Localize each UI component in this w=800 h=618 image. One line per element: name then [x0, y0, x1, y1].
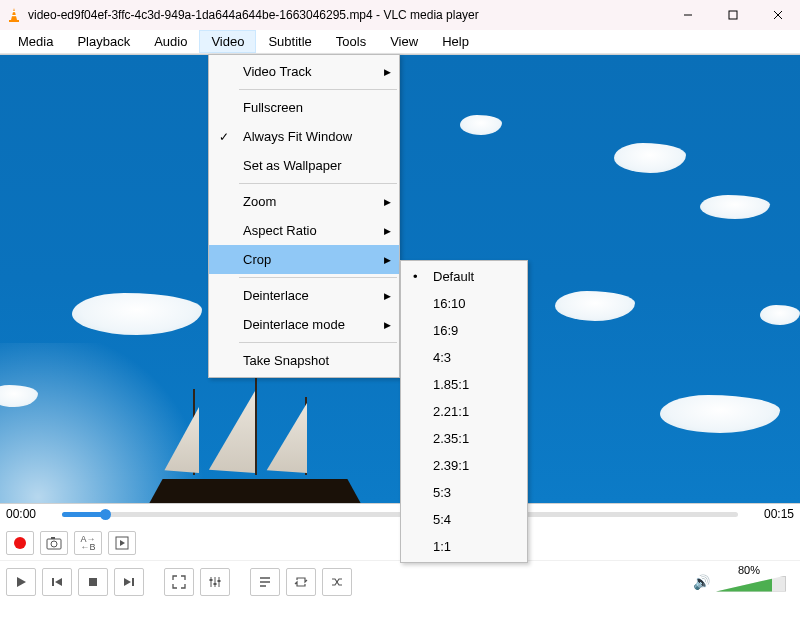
label: 16:9	[433, 323, 458, 338]
menu-separator	[239, 342, 397, 343]
menubar: Media Playback Audio Video Subtitle Tool…	[0, 30, 800, 54]
crop-option-2-35-1[interactable]: 2.35:1	[401, 425, 527, 452]
maximize-button[interactable]	[710, 0, 755, 30]
svg-point-9	[51, 541, 57, 547]
menu-help[interactable]: Help	[430, 30, 481, 53]
seek-knob[interactable]	[100, 509, 111, 520]
snapshot-button[interactable]	[40, 531, 68, 555]
menu-item-video-track[interactable]: Video Track▶	[209, 57, 399, 86]
label: Fullscreen	[243, 100, 303, 115]
playlist-button[interactable]	[250, 568, 280, 596]
loop-button[interactable]	[286, 568, 316, 596]
close-button[interactable]	[755, 0, 800, 30]
menu-item-zoom[interactable]: Zoom▶	[209, 187, 399, 216]
crop-option-16-10[interactable]: 16:10	[401, 290, 527, 317]
svg-marker-17	[124, 578, 131, 586]
label: Default	[433, 269, 474, 284]
crop-option-5-4[interactable]: 5:4	[401, 506, 527, 533]
menu-playback[interactable]: Playback	[65, 30, 142, 53]
label: Deinterlace	[243, 288, 309, 303]
label: 4:3	[433, 350, 451, 365]
elapsed-time[interactable]: 00:00	[6, 507, 54, 521]
equalizer-icon	[208, 575, 222, 589]
svg-rect-22	[210, 579, 213, 581]
shuffle-button[interactable]	[322, 568, 352, 596]
menu-item-always-fit-window[interactable]: ✓Always Fit Window	[209, 122, 399, 151]
menu-media[interactable]: Media	[6, 30, 65, 53]
submenu-arrow-icon: ▶	[384, 226, 391, 236]
menu-item-fullscreen[interactable]: Fullscreen	[209, 93, 399, 122]
svg-marker-12	[120, 540, 125, 546]
svg-rect-24	[218, 580, 221, 582]
iceberg	[700, 195, 770, 219]
next-button[interactable]	[114, 568, 144, 596]
label: 2.35:1	[433, 431, 469, 446]
fullscreen-icon	[172, 575, 186, 589]
vlc-cone-icon	[6, 7, 22, 23]
menu-separator	[239, 277, 397, 278]
crop-option-5-3[interactable]: 5:3	[401, 479, 527, 506]
label: Set as Wallpaper	[243, 158, 342, 173]
frame-step-button[interactable]	[108, 531, 136, 555]
ship	[145, 393, 365, 503]
iceberg	[614, 143, 686, 173]
check-icon: ✓	[219, 130, 229, 144]
menu-separator	[239, 183, 397, 184]
loop-ab-button[interactable]: A→←B	[74, 531, 102, 555]
iceberg	[72, 293, 202, 335]
submenu-arrow-icon: ▶	[384, 255, 391, 265]
crop-option-16-9[interactable]: 16:9	[401, 317, 527, 344]
extended-settings-button[interactable]	[200, 568, 230, 596]
volume-slider[interactable]: 80%	[716, 568, 786, 596]
window-controls	[665, 0, 800, 30]
menu-item-take-snapshot[interactable]: Take Snapshot	[209, 346, 399, 375]
menu-item-deinterlace[interactable]: Deinterlace▶	[209, 281, 399, 310]
submenu-arrow-icon: ▶	[384, 291, 391, 301]
label: Video Track	[243, 64, 311, 79]
crop-option-2-21-1[interactable]: 2.21:1	[401, 398, 527, 425]
iceberg	[460, 115, 502, 135]
speaker-icon[interactable]: 🔊	[693, 574, 710, 590]
loop-ab-icon: A→←B	[80, 535, 95, 551]
window-title: video-ed9f04ef-3ffc-4c3d-949a-1da644a644…	[28, 8, 479, 22]
crop-option-1-1[interactable]: 1:1	[401, 533, 527, 560]
playback-toolbar: 🔊 80%	[0, 560, 800, 602]
crop-option-2-39-1[interactable]: 2.39:1	[401, 452, 527, 479]
menu-item-deinterlace-mode[interactable]: Deinterlace mode▶	[209, 310, 399, 339]
submenu-arrow-icon: ▶	[384, 67, 391, 77]
camera-icon	[46, 536, 62, 550]
svg-marker-0	[11, 8, 17, 20]
stop-icon	[87, 576, 99, 588]
menu-item-set-as-wallpaper[interactable]: Set as Wallpaper	[209, 151, 399, 180]
stop-button[interactable]	[78, 568, 108, 596]
record-button[interactable]	[6, 531, 34, 555]
label: 2.21:1	[433, 404, 469, 419]
play-button[interactable]	[6, 568, 36, 596]
submenu-arrow-icon: ▶	[384, 320, 391, 330]
titlebar: video-ed9f04ef-3ffc-4c3d-949a-1da644a644…	[0, 0, 800, 30]
svg-rect-1	[12, 11, 16, 12]
skip-previous-icon	[50, 575, 64, 589]
crop-option-1-85-1[interactable]: 1.85:1	[401, 371, 527, 398]
svg-rect-2	[11, 15, 16, 16]
menu-audio[interactable]: Audio	[142, 30, 199, 53]
menu-separator	[239, 89, 397, 90]
play-icon	[14, 575, 28, 589]
menu-video[interactable]: Video	[199, 30, 256, 53]
total-time[interactable]: 00:15	[746, 507, 794, 521]
crop-option-4-3[interactable]: 4:3	[401, 344, 527, 371]
svg-rect-18	[132, 578, 134, 586]
label: Take Snapshot	[243, 353, 329, 368]
loop-icon	[294, 575, 308, 589]
previous-button[interactable]	[42, 568, 72, 596]
menu-subtitle[interactable]: Subtitle	[256, 30, 323, 53]
menu-tools[interactable]: Tools	[324, 30, 378, 53]
menu-view[interactable]: View	[378, 30, 430, 53]
menu-item-aspect-ratio[interactable]: Aspect Ratio▶	[209, 216, 399, 245]
minimize-button[interactable]	[665, 0, 710, 30]
skip-next-icon	[122, 575, 136, 589]
fullscreen-button[interactable]	[164, 568, 194, 596]
crop-option-default[interactable]: •Default	[401, 263, 527, 290]
menu-item-crop[interactable]: Crop▶	[209, 245, 399, 274]
label: 1.85:1	[433, 377, 469, 392]
